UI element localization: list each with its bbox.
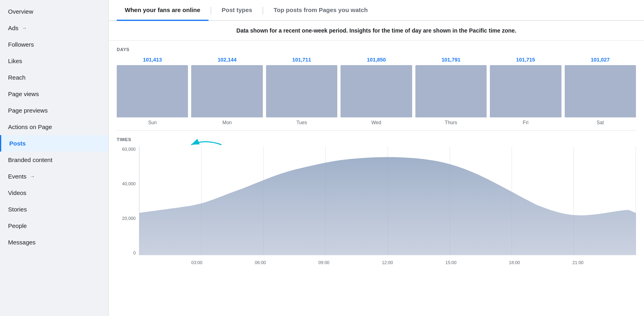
bar-col-fri: 101,715Fri [490, 57, 561, 130]
bar-rect-fri [490, 65, 561, 117]
bar-col-mon: 102,144Mon [191, 57, 262, 130]
sidebar-item-ads[interactable]: Ads→ [0, 20, 108, 36]
y-axis: 60,00040,00020,0000 [117, 147, 139, 255]
chart-plot [139, 147, 636, 255]
bar-value-thurs: 101,791 [442, 57, 460, 63]
sidebar-item-page-views[interactable]: Page views [0, 86, 108, 102]
y-label: 20,000 [122, 216, 136, 221]
bar-rect-wed [341, 65, 412, 117]
sidebar-label-branded-content: Branded content [8, 156, 52, 163]
tab-post-types[interactable]: Post types [214, 0, 260, 21]
sidebar-label-reach: Reach [8, 74, 25, 81]
sidebar-label-actions-on-page: Actions on Page [8, 123, 52, 130]
x-label-12:00: 12:00 [382, 260, 393, 265]
sidebar-label-messages: Messages [8, 239, 35, 246]
bar-col-sun: 101,413Sun [117, 57, 188, 130]
days-section-label: DAYS [117, 47, 636, 52]
y-label: 60,000 [122, 147, 136, 152]
x-label-21:00: 21:00 [572, 260, 584, 265]
sidebar-label-posts: Posts [9, 140, 26, 147]
sidebar-label-likes: Likes [8, 57, 22, 64]
sidebar-label-overview: Overview [8, 8, 33, 15]
sidebar-label-stories: Stories [8, 206, 27, 213]
bar-col-sat: 101,027Sat [565, 57, 636, 130]
sidebar-item-reach[interactable]: Reach [0, 69, 108, 86]
x-label-15:00: 15:00 [446, 260, 457, 265]
main-content: When your fans are online|Post types|Top… [109, 0, 644, 316]
x-label-06:00: 06:00 [255, 260, 266, 265]
sidebar: OverviewAds→FollowersLikesReachPage view… [0, 0, 109, 316]
bar-col-thurs: 101,791Thurs [415, 57, 487, 130]
bar-value-mon: 102,144 [218, 57, 237, 63]
sidebar-item-branded-content[interactable]: Branded content [0, 152, 108, 168]
bar-col-wed: 101,850Wed [341, 57, 412, 130]
sidebar-label-people: People [8, 222, 27, 229]
sidebar-item-actions-on-page[interactable]: Actions on Page [0, 119, 108, 135]
sidebar-item-people[interactable]: People [0, 218, 108, 234]
sidebar-label-events: Events [8, 173, 27, 180]
tab-divider: | [210, 6, 212, 15]
x-label-03:00: 03:00 [191, 260, 202, 265]
bar-rect-thurs [415, 65, 487, 117]
bar-col-tues: 101,711Tues [266, 57, 337, 130]
chart-area: 60,00040,00020,0000 [117, 147, 636, 267]
bars-container: 101,413Sun102,144Mon101,711Tues101,850We… [117, 57, 636, 130]
x-label-09:00: 09:00 [318, 260, 330, 265]
tab-top-posts[interactable]: Top posts from Pages you watch [266, 0, 376, 21]
info-text: Data shown for a recent one-week period.… [236, 27, 516, 34]
sidebar-item-page-previews[interactable]: Page previews [0, 102, 108, 119]
sidebar-item-followers[interactable]: Followers [0, 36, 108, 53]
sidebar-item-stories[interactable]: Stories [0, 201, 108, 218]
bar-label-wed: Wed [372, 120, 381, 130]
sidebar-label-page-views: Page views [8, 90, 39, 97]
bar-value-sun: 101,413 [143, 57, 162, 63]
bar-label-mon: Mon [222, 120, 231, 130]
times-section: TIMES 60,00040,00020,0000 [109, 131, 644, 267]
bar-value-tues: 101,711 [292, 57, 311, 63]
x-axis: 03:0006:0009:0012:0015:0018:0021:00 [139, 257, 636, 267]
sidebar-item-messages[interactable]: Messages [0, 234, 108, 250]
bar-label-tues: Tues [296, 120, 307, 130]
external-link-icon: → [30, 173, 35, 179]
tabs-bar: When your fans are online|Post types|Top… [109, 0, 644, 21]
bar-label-thurs: Thurs [445, 120, 457, 130]
info-box: Data shown for a recent one-week period.… [109, 21, 644, 41]
bar-rect-sat [565, 65, 636, 117]
y-label: 40,000 [122, 181, 136, 186]
sidebar-label-followers: Followers [8, 41, 34, 48]
sidebar-item-posts[interactable]: Posts [0, 135, 108, 152]
sidebar-item-likes[interactable]: Likes [0, 53, 108, 69]
bar-value-wed: 101,850 [367, 57, 386, 63]
bar-label-fri: Fri [523, 120, 528, 130]
bar-label-sun: Sun [148, 120, 157, 130]
bar-value-sat: 101,027 [591, 57, 610, 63]
y-label: 0 [133, 250, 136, 255]
sidebar-item-overview[interactable]: Overview [0, 3, 108, 20]
sidebar-label-ads: Ads [8, 25, 19, 31]
tab-divider: | [262, 6, 264, 15]
bar-rect-tues [266, 65, 337, 117]
bar-rect-mon [191, 65, 262, 117]
days-section: DAYS 101,413Sun102,144Mon101,711Tues101,… [109, 41, 644, 130]
sidebar-label-videos: Videos [8, 189, 27, 196]
bar-label-sat: Sat [597, 120, 604, 130]
area-chart-svg [139, 147, 636, 255]
x-label-18:00: 18:00 [509, 260, 520, 265]
tab-when-fans-online[interactable]: When your fans are online [117, 0, 208, 21]
bar-rect-sun [117, 65, 188, 117]
external-link-icon: → [22, 25, 27, 31]
sidebar-item-videos[interactable]: Videos [0, 185, 108, 201]
bar-value-fri: 101,715 [516, 57, 535, 63]
times-section-label: TIMES [117, 137, 636, 142]
sidebar-label-page-previews: Page previews [8, 107, 47, 114]
sidebar-item-events[interactable]: Events→ [0, 168, 108, 185]
